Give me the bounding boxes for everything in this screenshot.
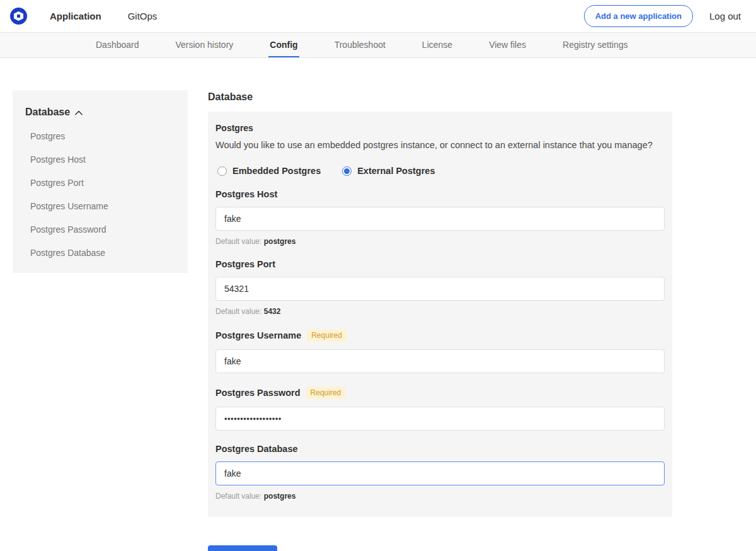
- config-group-database: Postgres Would you like to use an embedd…: [208, 112, 672, 517]
- field-postgres-host: Postgres Host Default value: postgres: [215, 189, 665, 246]
- default-value-hint: Default value: postgres: [215, 492, 665, 501]
- required-badge: Required: [306, 386, 346, 399]
- config-sidebar: Database Postgres Postgres Host Postgres…: [13, 90, 188, 273]
- group-title: Postgres: [215, 123, 665, 133]
- group-help-text: Would you like to use an embedded postgr…: [215, 139, 665, 151]
- sidebar-item-postgres-password[interactable]: Postgres Password: [30, 224, 175, 235]
- subnav-tab-license[interactable]: License: [421, 33, 454, 57]
- tab-gitops[interactable]: GitOps: [128, 0, 158, 32]
- save-config-button[interactable]: Save config: [208, 545, 277, 551]
- subnav-tab-dashboard[interactable]: Dashboard: [94, 33, 140, 57]
- subnav-tab-view-files[interactable]: View files: [488, 33, 527, 57]
- default-label: Default value:: [215, 492, 261, 501]
- sidebar-item-postgres-database[interactable]: Postgres Database: [30, 248, 175, 258]
- postgres-host-input[interactable]: [215, 207, 665, 231]
- radio-label: Embedded Postgres: [232, 166, 321, 176]
- subnav-tab-version-history[interactable]: Version history: [175, 33, 235, 57]
- field-postgres-port: Postgres Port Default value: 5432: [215, 259, 665, 316]
- config-main: Database Postgres Would you like to use …: [208, 90, 672, 551]
- radio-label: External Postgres: [357, 166, 435, 176]
- add-application-button[interactable]: Add a new application: [584, 5, 693, 27]
- sidebar-item-postgres[interactable]: Postgres: [30, 131, 175, 141]
- chevron-up-icon: [75, 110, 83, 115]
- radio-embedded-postgres[interactable]: Embedded Postgres: [217, 166, 321, 176]
- field-label: Postgres Host: [215, 189, 277, 199]
- tab-application[interactable]: Application: [50, 0, 101, 32]
- sidebar-item-postgres-username[interactable]: Postgres Username: [30, 201, 175, 211]
- radio-checked-icon: [342, 166, 352, 176]
- top-header: Application GitOps Add a new application…: [0, 0, 756, 33]
- default-value-hint: Default value: postgres: [215, 237, 665, 246]
- default-value: postgres: [264, 492, 296, 501]
- default-value-hint: Default value: 5432: [215, 307, 665, 316]
- sidebar-group-label: Database: [25, 107, 70, 118]
- required-badge: Required: [307, 329, 346, 342]
- subnav-tab-registry-settings[interactable]: Registry settings: [561, 33, 629, 57]
- field-postgres-password: Postgres Password Required: [215, 386, 665, 431]
- sidebar-group-database[interactable]: Database: [25, 107, 175, 118]
- config-page: Database Postgres Postgres Host Postgres…: [0, 58, 756, 551]
- default-label: Default value:: [215, 237, 261, 246]
- logout-link[interactable]: Log out: [709, 11, 741, 21]
- top-nav: Application GitOps: [50, 0, 157, 32]
- field-label: Postgres Port: [215, 259, 275, 269]
- postgres-mode-radio-group: Embedded Postgres External Postgres: [217, 166, 665, 176]
- field-label: Postgres Username: [215, 330, 301, 340]
- default-label: Default value:: [215, 307, 261, 316]
- postgres-port-input[interactable]: [215, 277, 665, 301]
- sidebar-item-postgres-host[interactable]: Postgres Host: [30, 154, 175, 165]
- field-label: Postgres Database: [215, 444, 298, 454]
- field-postgres-username: Postgres Username Required: [215, 329, 665, 373]
- subnav-tab-troubleshoot[interactable]: Troubleshoot: [333, 33, 387, 57]
- logo-glyph: [14, 11, 23, 21]
- radio-unchecked-icon: [217, 166, 227, 176]
- default-value: postgres: [264, 237, 296, 246]
- app-subnav: Dashboard Version history Config Trouble…: [0, 33, 756, 58]
- default-value: 5432: [264, 307, 281, 316]
- subnav-tab-config[interactable]: Config: [268, 33, 299, 57]
- radio-external-postgres[interactable]: External Postgres: [342, 166, 435, 176]
- app-logo-icon: [10, 8, 27, 25]
- postgres-password-input[interactable]: [215, 407, 665, 431]
- field-label: Postgres Password: [215, 388, 301, 398]
- sidebar-item-postgres-port[interactable]: Postgres Port: [30, 178, 175, 188]
- postgres-username-input[interactable]: [215, 349, 665, 373]
- postgres-database-input[interactable]: [215, 461, 665, 485]
- field-postgres-database: Postgres Database Default value: postgre…: [215, 444, 665, 501]
- page-title: Database: [208, 91, 672, 103]
